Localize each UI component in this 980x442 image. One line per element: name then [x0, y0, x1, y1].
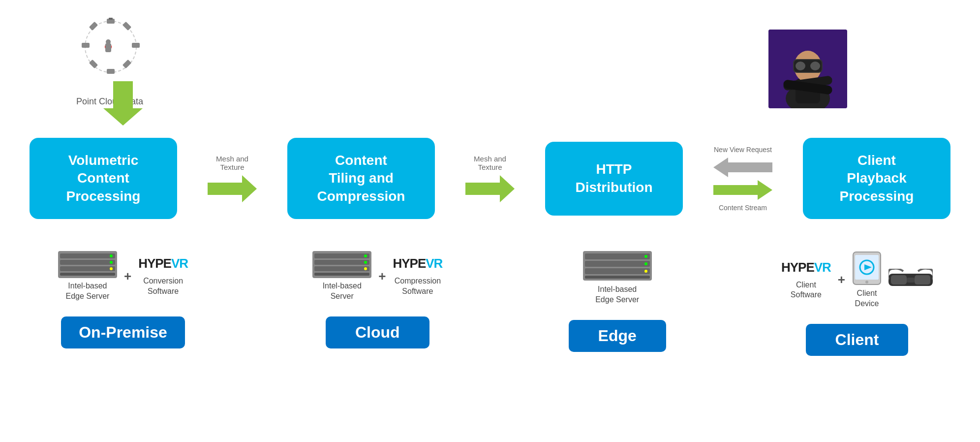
svg-point-34 — [110, 261, 113, 264]
hypevr-logo-1: HYPEVR — [138, 256, 188, 271]
svg-point-54 — [865, 281, 868, 284]
compression-software-label: CompressionSoftware — [395, 276, 441, 297]
svg-point-33 — [110, 254, 113, 257]
on-premise-column: Intel-basedEdge Server + HYPEVR Conversi… — [30, 251, 216, 348]
arrow-left-request — [713, 158, 772, 177]
svg-rect-60 — [907, 278, 915, 283]
camera-ring — [79, 15, 143, 79]
client-device-label: ClientDevice — [855, 288, 879, 309]
svg-marker-24 — [208, 175, 257, 202]
svg-rect-12 — [89, 22, 98, 31]
svg-point-51 — [644, 270, 647, 273]
svg-point-43 — [364, 267, 367, 270]
svg-rect-47 — [585, 268, 650, 274]
svg-point-21 — [810, 62, 820, 70]
svg-rect-29 — [60, 253, 115, 258]
svg-point-35 — [110, 267, 113, 270]
server-icon-2 — [312, 251, 371, 278]
svg-rect-7 — [132, 43, 140, 48]
plus-1: + — [124, 269, 131, 284]
svg-rect-46 — [585, 261, 650, 267]
svg-point-50 — [644, 262, 647, 265]
svg-rect-30 — [60, 260, 115, 265]
svg-rect-6 — [122, 22, 131, 31]
svg-rect-48 — [585, 276, 650, 279]
arrow-right-1 — [208, 175, 257, 202]
svg-point-49 — [644, 255, 647, 258]
tablet-icon — [852, 251, 882, 285]
svg-point-42 — [364, 261, 367, 264]
svg-rect-2 — [105, 43, 111, 52]
arrow-right-2 — [465, 175, 515, 202]
svg-point-3 — [106, 39, 111, 44]
diagram-container: Point Cloud Data VolumetricContentP — [0, 0, 980, 442]
svg-point-20 — [796, 62, 805, 70]
mesh-texture-label-1: Mesh andTexture — [216, 155, 248, 171]
svg-marker-26 — [713, 158, 772, 177]
svg-rect-45 — [585, 253, 650, 259]
down-arrow-svg — [103, 81, 143, 126]
svg-rect-39 — [314, 266, 369, 271]
client-column: HYPEVR ClientSoftware + ClientDevi — [764, 251, 950, 356]
http-process-box: HTTPDistribution — [545, 142, 683, 216]
plus-3: + — [838, 272, 845, 287]
svg-marker-13 — [103, 81, 143, 126]
svg-rect-11 — [82, 43, 90, 48]
svg-rect-9 — [107, 69, 115, 74]
svg-rect-37 — [314, 253, 369, 258]
plus-2: + — [378, 269, 386, 284]
intel-edge-server-label-2: Intel-basedEdge Server — [595, 284, 639, 305]
svg-rect-32 — [60, 273, 115, 276]
conversion-software-label: ConversionSoftware — [143, 276, 183, 297]
mesh-texture-label-2: Mesh andTexture — [474, 155, 506, 171]
hypevr-logo-3: HYPEVR — [781, 260, 831, 275]
cloud-badge: Cloud — [326, 316, 429, 348]
svg-rect-59 — [915, 275, 930, 284]
volumetric-process-box: VolumetricContentProcessing — [30, 138, 177, 219]
svg-rect-58 — [891, 275, 907, 284]
svg-marker-27 — [713, 180, 772, 200]
intel-edge-server-label-1: Intel-basedEdge Server — [65, 281, 109, 302]
on-premise-badge: On-Premise — [61, 316, 185, 348]
client-process-box: ClientPlaybackProcessing — [803, 138, 950, 219]
headset-icon — [888, 269, 933, 291]
svg-rect-10 — [89, 60, 98, 68]
edge-badge: Edge — [569, 320, 666, 352]
server-icon-1 — [58, 251, 117, 278]
svg-marker-25 — [465, 175, 515, 202]
client-software-label: ClientSoftware — [791, 280, 822, 301]
svg-rect-5 — [109, 18, 113, 20]
new-view-label: New View Request — [714, 146, 772, 154]
svg-rect-38 — [314, 260, 369, 265]
intel-server-label: Intel-basedServer — [323, 281, 362, 302]
person-image — [768, 30, 847, 108]
edge-column: Intel-basedEdge Server Edge — [539, 251, 696, 352]
svg-rect-8 — [122, 60, 131, 68]
cloud-column: Intel-basedServer + HYPEVR CompressionSo… — [284, 251, 471, 348]
server-icon-3 — [583, 251, 652, 281]
tiling-process-box: ContentTiling andCompression — [287, 138, 435, 219]
svg-rect-40 — [314, 273, 369, 276]
svg-point-41 — [364, 254, 367, 257]
hypevr-logo-2: HYPEVR — [393, 256, 442, 271]
arrow-right-stream — [713, 180, 772, 200]
content-stream-label: Content Stream — [719, 204, 767, 212]
svg-rect-31 — [60, 266, 115, 271]
client-badge: Client — [806, 324, 909, 356]
